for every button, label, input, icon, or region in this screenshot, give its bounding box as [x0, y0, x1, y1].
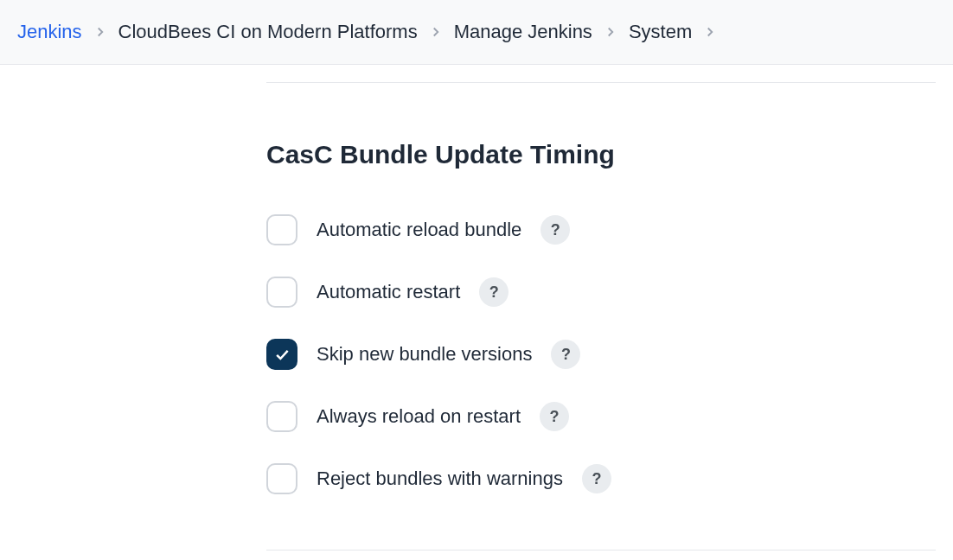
breadcrumb-item-jenkins[interactable]: Jenkins: [17, 21, 82, 43]
option-automatic-restart: Automatic restart ?: [266, 277, 936, 308]
breadcrumb-item-cloudbees[interactable]: CloudBees CI on Modern Platforms: [118, 21, 418, 43]
option-always-reload-on-restart: Always reload on restart ?: [266, 401, 936, 432]
breadcrumb-item-manage-jenkins[interactable]: Manage Jenkins: [454, 21, 592, 43]
main-content: CasC Bundle Update Timing Automatic relo…: [0, 82, 953, 550]
option-label[interactable]: Skip new bundle versions: [317, 343, 532, 366]
section-title: CasC Bundle Update Timing: [266, 140, 936, 169]
help-icon[interactable]: ?: [540, 215, 570, 245]
help-icon[interactable]: ?: [540, 402, 569, 431]
chevron-right-icon: [702, 24, 718, 40]
help-icon[interactable]: ?: [551, 340, 580, 369]
checkbox-automatic-reload-bundle[interactable]: [266, 214, 297, 245]
breadcrumb-item-system[interactable]: System: [629, 21, 692, 43]
chevron-right-icon: [603, 24, 618, 40]
chevron-right-icon: [428, 24, 444, 40]
check-icon: [273, 346, 291, 363]
option-label[interactable]: Automatic reload bundle: [317, 219, 521, 241]
breadcrumb: Jenkins CloudBees CI on Modern Platforms…: [0, 0, 953, 65]
help-icon[interactable]: ?: [479, 277, 508, 307]
option-label[interactable]: Always reload on restart: [317, 405, 521, 428]
option-reject-bundles-with-warnings: Reject bundles with warnings ?: [266, 463, 936, 494]
checkbox-automatic-restart[interactable]: [266, 277, 297, 308]
option-automatic-reload-bundle: Automatic reload bundle ?: [266, 214, 936, 245]
option-list: Automatic reload bundle ? Automatic rest…: [266, 214, 936, 494]
checkbox-always-reload-on-restart[interactable]: [266, 401, 297, 432]
checkbox-reject-bundles-with-warnings[interactable]: [266, 463, 297, 494]
divider: [266, 82, 936, 83]
option-label[interactable]: Automatic restart: [317, 281, 460, 303]
checkbox-skip-new-bundle-versions[interactable]: [266, 339, 297, 370]
chevron-right-icon: [93, 24, 108, 40]
option-skip-new-bundle-versions: Skip new bundle versions ?: [266, 339, 936, 370]
option-label[interactable]: Reject bundles with warnings: [317, 468, 563, 490]
help-icon[interactable]: ?: [582, 464, 611, 493]
divider: [266, 550, 936, 550]
